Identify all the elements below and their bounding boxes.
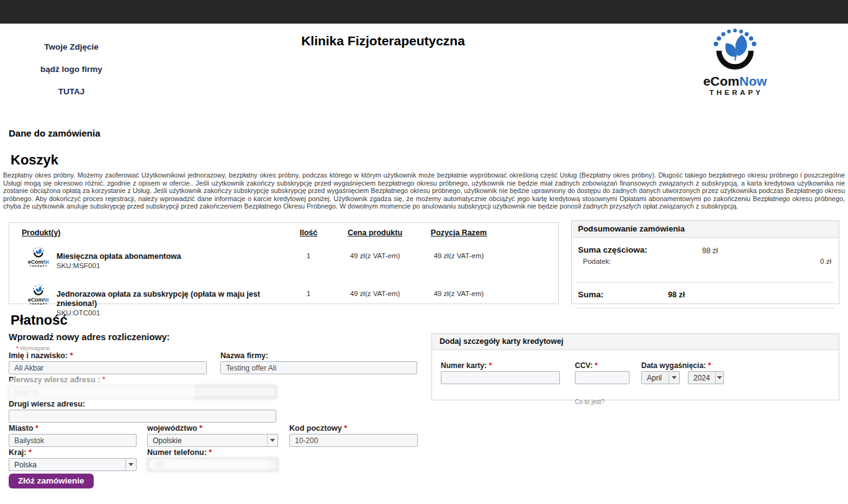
city-label: Miasto * [9,424,38,433]
product-qty: 1 [270,284,347,297]
chevron-down-icon [267,434,277,446]
city-field[interactable] [9,434,137,447]
tax-value: 0 zł [820,258,831,265]
column-price: Cena produktu [347,228,403,237]
address2-label: Drugi wiersz adresu: [9,400,85,408]
divider [577,282,834,283]
required-note: * Wymagane [16,344,50,351]
province-select[interactable]: Opolskie [147,434,278,447]
column-total: Pozycja Razem [403,228,515,237]
page-title: Klinika Fizjoterapeutyczna [0,34,766,48]
province-label: województwo * [147,424,202,433]
brand-subtitle: THERAPY [703,89,767,96]
expiry-year-select[interactable]: 2024 [688,371,724,384]
chevron-down-icon [715,372,723,384]
product-name: Jednorazowa opłata za subskrypcję (opłat… [56,284,270,308]
cart-heading: Koszyk [11,152,58,168]
expiry-month-select[interactable]: April [641,371,680,384]
product-thumbnail: eComNow THERAPY [28,246,49,268]
product-price: 49 zł(z VAT-em) [347,246,403,259]
order-summary-box: Podsumowanie zamówienia Suma częściowa: … [571,220,839,304]
table-row: eComNow THERAPY Miesięczna opłata abonam… [9,246,558,269]
company-field[interactable] [220,361,417,374]
product-line-total: 49 zł(z VAT-em) [403,284,515,297]
total-value: 98 zł [668,290,685,299]
logo-placeholder-text: Twoje Zdjęcie bądź logo firmy TUTAJ [25,42,118,109]
company-logo: eComNow THERAPY [694,27,776,97]
credit-card-box: Dodaj szczegóły karty kredytowej Numer k… [431,333,839,400]
top-bar [0,0,848,24]
product-thumbnail: eComNow THERAPY [28,284,49,305]
payment-heading: Płatność [11,312,68,328]
postal-label: Kod pocztowy * [289,424,347,433]
country-select[interactable]: Polska [9,458,137,471]
card-number-field[interactable] [441,371,560,384]
divider [577,308,834,308]
product-price: 49 zł(z VAT-em) [347,284,403,297]
total-label: Suma: [578,290,603,299]
cart-table-header: Produkt(y) Ilość Cena produktu Pozycja R… [9,223,558,237]
product-sku: SKU:OTC001 [56,309,270,317]
order-data-heading: Dane do zamówienia [9,128,101,138]
billing-address-heading: Wprowadź nowy adres rozliczeniowy: [9,332,169,342]
trial-terms-paragraph: Bezpłatny okres próbny. Możemy zaoferowa… [3,171,845,210]
product-qty: 1 [270,246,347,259]
expiry-label: Data wygaśnięcia: * [641,361,711,370]
name-field[interactable] [9,361,207,374]
ccv-field[interactable] [575,371,629,384]
table-row: eComNow THERAPY Jednorazowa opłata za su… [9,284,558,317]
subtotal-label: Suma częściowa: [578,245,647,254]
tax-label: Podatek: [583,258,611,265]
cart-table: Produkt(y) Ilość Cena produktu Pozycja R… [9,222,559,304]
placeholder-line-2: bądź logo firmy [25,65,118,74]
place-order-button[interactable]: Złóż zamówienie [9,474,94,488]
product-sku: SKU:MSF001 [56,262,270,269]
address2-field[interactable] [9,410,276,423]
address1-label: Pierwszy wiersz adresu : * [9,376,106,384]
ccv-help-link[interactable]: Co to jest? [575,398,605,405]
address1-field[interactable] [9,385,276,398]
credit-card-heading: Dodaj szczegóły karty kredytowej [432,334,839,350]
column-product: Produkt(y) [9,228,270,237]
column-qty: Ilość [270,228,347,237]
company-label: Nazwa firmy: [220,351,268,360]
postal-field[interactable] [289,434,418,447]
product-name: Miesięczna opłata abonamentowa [56,246,270,261]
country-label: Kraj: * [9,448,32,457]
name-label: Imię i nazwisko: * [9,351,73,360]
phone-field[interactable] [147,458,278,471]
leaf-emblem-icon [708,27,762,73]
phone-label: Numer telefonu: * [147,448,212,457]
subtotal-value: 98 zł [702,246,718,255]
chevron-down-icon [669,372,679,384]
ccv-label: CCV: * [575,361,598,370]
placeholder-line-3: TUTAJ [25,87,118,96]
brand-name: eComNow [703,74,767,88]
card-number-label: Numer karty: * [441,361,492,370]
product-line-total: 49 zł(z VAT-em) [403,246,515,259]
order-summary-heading: Podsumowanie zamówienia [572,221,839,238]
chevron-down-icon [125,459,136,470]
